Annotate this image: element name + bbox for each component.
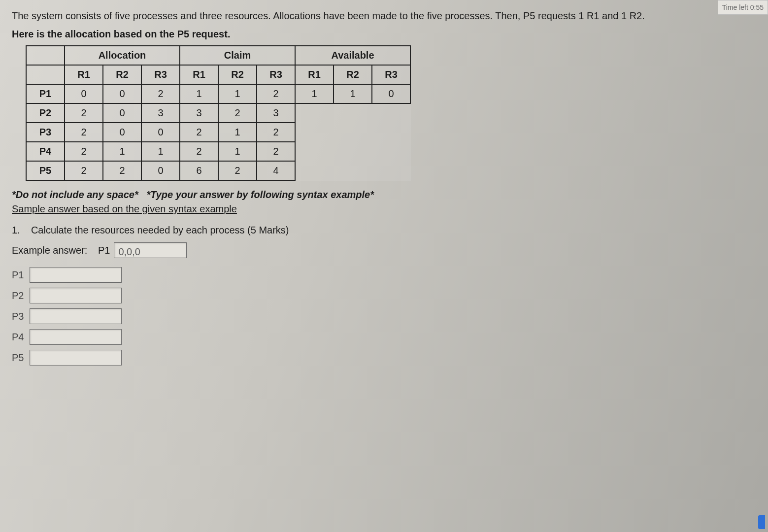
sample-answer-link[interactable]: Sample answer based on the given syntax … bbox=[12, 202, 756, 216]
sub-header: R2 bbox=[103, 65, 141, 84]
table-row: P5 2 2 0 6 2 4 bbox=[26, 161, 410, 180]
group-header-available: Available bbox=[295, 46, 410, 65]
answer-row-p5: P5 bbox=[12, 350, 756, 366]
table-corner-blank bbox=[26, 46, 65, 65]
cell: 2 bbox=[257, 142, 295, 161]
sub-header: R3 bbox=[141, 65, 180, 84]
p1-input[interactable] bbox=[30, 267, 122, 283]
cell: 0 bbox=[103, 123, 141, 142]
intro-paragraph-2: Here is the allocation based on the P5 r… bbox=[12, 27, 751, 41]
cell: 0 bbox=[372, 84, 410, 103]
answer-label: P4 bbox=[12, 330, 27, 344]
cell: 1 bbox=[180, 84, 218, 103]
answer-row-p2: P2 bbox=[12, 288, 756, 303]
sub-header: R2 bbox=[334, 65, 372, 84]
row-label: P2 bbox=[26, 103, 65, 123]
example-prefix: Example answer: bbox=[12, 243, 87, 258]
table-row: P1 0 0 2 1 1 2 1 1 0 bbox=[26, 84, 410, 103]
cell: 2 bbox=[257, 123, 295, 142]
cell: 0 bbox=[103, 103, 141, 123]
answer-row-p3: P3 bbox=[12, 308, 756, 324]
sub-header: R1 bbox=[65, 65, 103, 84]
cell: 2 bbox=[218, 103, 257, 123]
row-label: P1 bbox=[26, 84, 65, 103]
answer-label: P1 bbox=[12, 268, 27, 282]
example-input: 0,0,0 bbox=[114, 242, 187, 258]
cell: 2 bbox=[218, 161, 257, 180]
question-1: 1. Calculate the resources needed by eac… bbox=[12, 223, 756, 237]
scroll-handle-icon[interactable] bbox=[758, 515, 765, 529]
cell: 1 bbox=[295, 84, 334, 103]
cell: 2 bbox=[65, 103, 103, 123]
cell: 0 bbox=[141, 123, 180, 142]
p3-input[interactable] bbox=[30, 308, 122, 324]
p2-input[interactable] bbox=[30, 288, 122, 303]
group-header-allocation: Allocation bbox=[65, 46, 180, 65]
sub-header: R2 bbox=[218, 65, 257, 84]
sub-header: R1 bbox=[180, 65, 218, 84]
cell: 4 bbox=[257, 161, 295, 180]
cell: 1 bbox=[141, 142, 180, 161]
sub-header: R1 bbox=[295, 65, 334, 84]
cell: 3 bbox=[180, 103, 218, 123]
example-answer-line: Example answer: P1 0,0,0 bbox=[12, 242, 756, 258]
allocation-table: Allocation Claim Available R1 R2 R3 R1 R… bbox=[26, 45, 411, 181]
cell: 0 bbox=[141, 161, 180, 180]
note-syntax: *Type your answer by following syntax ex… bbox=[146, 189, 374, 200]
cell: 1 bbox=[218, 84, 257, 103]
note-no-space: *Do not include any space* bbox=[12, 189, 138, 200]
table-sub-header-row: R1 R2 R3 R1 R2 R3 R1 R2 R3 bbox=[26, 65, 410, 84]
cell: 1 bbox=[218, 123, 257, 142]
answer-label: P2 bbox=[12, 289, 27, 303]
answer-row-p1: P1 bbox=[12, 267, 756, 283]
answer-label: P5 bbox=[12, 351, 27, 365]
intro-paragraph-1: The system consists of five processes an… bbox=[12, 9, 751, 23]
example-process-label: P1 bbox=[98, 243, 110, 258]
cell: 1 bbox=[103, 142, 141, 161]
answer-row-p4: P4 bbox=[12, 329, 756, 345]
question-text: Calculate the resources needed by each p… bbox=[31, 225, 289, 235]
cell: 6 bbox=[180, 161, 218, 180]
answer-label: P3 bbox=[12, 309, 27, 324]
row-label: P4 bbox=[26, 142, 65, 161]
table-row: P4 2 1 1 2 1 2 bbox=[26, 142, 410, 161]
cell: 2 bbox=[180, 123, 218, 142]
cell: 3 bbox=[257, 103, 295, 123]
cell: 2 bbox=[65, 142, 103, 161]
cell: 3 bbox=[141, 103, 180, 123]
group-header-claim: Claim bbox=[180, 46, 295, 65]
cell: 0 bbox=[103, 84, 141, 103]
row-label: P5 bbox=[26, 161, 65, 180]
question-number: 1. bbox=[12, 225, 20, 235]
sub-header: R3 bbox=[257, 65, 295, 84]
cell: 2 bbox=[65, 123, 103, 142]
table-group-header-row: Allocation Claim Available bbox=[26, 46, 410, 65]
cell: 2 bbox=[65, 161, 103, 180]
cell: 2 bbox=[257, 84, 295, 103]
table-row: P2 2 0 3 3 2 3 bbox=[26, 103, 410, 123]
cell: 2 bbox=[103, 161, 141, 180]
cell: 0 bbox=[65, 84, 103, 103]
instruction-note: *Do not include any space* *Type your an… bbox=[12, 188, 756, 202]
row-label: P3 bbox=[26, 123, 65, 142]
sub-header: R3 bbox=[372, 65, 410, 84]
cell: 1 bbox=[334, 84, 372, 103]
cell: 2 bbox=[180, 142, 218, 161]
table-row: P3 2 0 0 2 1 2 bbox=[26, 123, 410, 142]
cell: 2 bbox=[141, 84, 180, 103]
sub-header-blank bbox=[26, 65, 65, 84]
time-left-badge: Time left 0:55 bbox=[718, 0, 768, 15]
cell: 1 bbox=[218, 142, 257, 161]
p4-input[interactable] bbox=[30, 329, 122, 345]
p5-input[interactable] bbox=[30, 350, 122, 366]
